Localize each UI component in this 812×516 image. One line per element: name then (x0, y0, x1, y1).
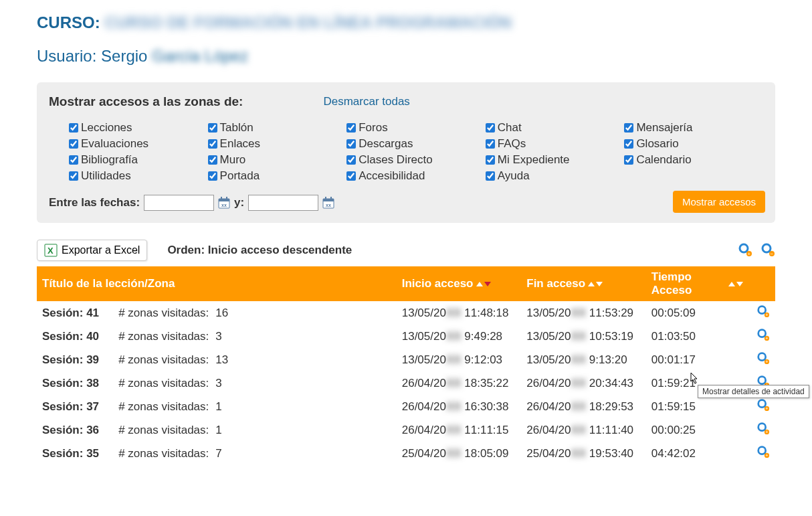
svg-text:−: − (771, 251, 774, 257)
svg-rect-1 (219, 199, 229, 201)
access-table: Título de la lección/Zona Inicio acceso … (37, 266, 775, 465)
detail-icon[interactable]: + (756, 402, 770, 414)
date-to-input[interactable] (248, 195, 318, 211)
th-time[interactable]: Tiempo Acceso (646, 266, 749, 301)
zones-label: # zonas visitadas: (112, 353, 209, 366)
checkbox-label: Glosario (636, 137, 678, 151)
session-label: Sesión: (42, 353, 83, 366)
checkbox-grid: LeccionesTablónForosChatMensajeríaEvalua… (49, 121, 763, 184)
zone-checkbox[interactable] (346, 171, 356, 181)
time-cell: 01:59:15 (646, 395, 749, 418)
checkbox-item: Chat (486, 121, 625, 135)
user-name-blur: García López (152, 47, 248, 65)
dates-row: Entre las fechas: xx y: xx (49, 195, 763, 211)
calendar-icon[interactable]: xx (218, 197, 230, 209)
svg-text:+: + (765, 406, 768, 412)
checkbox-label: Utilidades (81, 169, 131, 183)
svg-text:+: + (748, 251, 751, 257)
table-row: Sesión: 36# zonas visitadas:126/04/20XX … (37, 418, 775, 442)
svg-text:X: X (47, 246, 54, 256)
zone-checkbox[interactable] (486, 123, 495, 133)
sort-down-icon[interactable] (736, 282, 743, 286)
checkbox-label: Mi Expediente (498, 153, 570, 167)
checkbox-item: Muro (208, 153, 347, 167)
user-label: Usuario: (37, 47, 96, 65)
zones-label: # zonas visitadas: (112, 400, 209, 413)
zone-checkbox[interactable] (69, 171, 78, 181)
user-header: Usuario: Sergio García López (37, 47, 775, 66)
session-number: 35 (86, 447, 112, 460)
zone-checkbox[interactable] (346, 139, 356, 149)
detail-icon[interactable]: + (756, 448, 770, 461)
sort-down-icon[interactable] (596, 282, 603, 286)
checkbox-label: Descargas (359, 137, 413, 151)
calendar-icon[interactable]: xx (322, 197, 334, 209)
zone-checkbox[interactable] (208, 123, 217, 133)
svg-rect-7 (325, 197, 326, 200)
uncheck-all-link[interactable]: Desmarcar todas (323, 95, 409, 108)
checkbox-label: Foros (359, 121, 387, 135)
zone-checkbox[interactable] (69, 155, 78, 165)
svg-text:+: + (765, 382, 768, 388)
and-label: y: (234, 196, 244, 209)
svg-text:xx: xx (221, 203, 227, 207)
session-number: 41 (86, 307, 112, 320)
th-start[interactable]: Inicio acceso (397, 266, 522, 301)
sort-up-icon[interactable] (588, 282, 595, 286)
end-cell: 26/04/20XX 11:11:40 (521, 418, 646, 442)
sort-down-icon[interactable] (484, 282, 491, 286)
zone-checkbox[interactable] (208, 155, 217, 165)
detail-icon[interactable]: + (756, 378, 770, 391)
checkbox-item: Foros (346, 121, 486, 135)
show-access-button[interactable]: Mostrar accesos (673, 191, 765, 213)
order-text: Orden: Inicio acceso descendente (167, 244, 352, 257)
session-label: Sesión: (42, 307, 83, 319)
zone-checkbox[interactable] (69, 139, 78, 149)
checkbox-label: Tablón (220, 121, 253, 135)
zone-checkbox[interactable] (624, 123, 633, 133)
expand-all-icon[interactable]: + (738, 242, 752, 259)
export-excel-button[interactable]: X Exportar a Excel (37, 240, 147, 261)
zones-label: # zonas visitadas: (112, 377, 209, 390)
collapse-all-icon[interactable]: − (760, 242, 775, 259)
detail-icon[interactable]: + (756, 355, 770, 367)
zone-checkbox[interactable] (346, 123, 356, 133)
session-label: Sesión: (42, 447, 83, 460)
filter-panel: Mostrar accesos a las zonas de: Desmarca… (37, 82, 775, 223)
toolbar-row: X Exportar a Excel Orden: Inicio acceso … (37, 240, 775, 261)
zone-checkbox[interactable] (486, 171, 495, 181)
zone-checkbox[interactable] (208, 139, 217, 149)
time-cell: 00:05:09 (646, 301, 749, 325)
zone-checkbox[interactable] (486, 155, 495, 165)
table-row: Sesión: 41# zonas visitadas:1613/05/20XX… (37, 301, 775, 325)
svg-rect-8 (330, 197, 332, 200)
detail-icon[interactable]: + (756, 425, 770, 438)
checkbox-item: Descargas (346, 137, 486, 151)
svg-rect-6 (323, 199, 334, 201)
th-title: Título de la lección/Zona (37, 266, 397, 301)
th-end[interactable]: Fin acceso (521, 266, 646, 301)
checkbox-label: Lecciones (81, 121, 132, 135)
checkbox-item: Portada (208, 169, 347, 183)
user-name-visible: Sergio (101, 47, 147, 65)
zone-checkbox[interactable] (69, 123, 78, 133)
detail-icon[interactable]: + (756, 331, 770, 344)
zone-checkbox[interactable] (486, 139, 495, 149)
start-cell: 13/05/20XX 9:12:03 (397, 348, 522, 371)
date-from-input[interactable] (144, 195, 214, 211)
zone-checkbox[interactable] (208, 171, 217, 181)
time-cell: 01:03:50 (646, 325, 749, 348)
detail-icon[interactable]: + (756, 308, 770, 321)
zone-checkbox[interactable] (624, 139, 633, 149)
zones-count: 1 (209, 400, 221, 413)
zone-checkbox[interactable] (624, 155, 633, 165)
svg-text:+: + (765, 429, 768, 435)
sort-up-icon[interactable] (728, 282, 735, 286)
checkbox-label: Enlaces (220, 137, 260, 151)
sort-up-icon[interactable] (476, 282, 483, 286)
checkbox-item: Enlaces (208, 137, 347, 151)
zone-checkbox[interactable] (346, 155, 356, 165)
session-label: Sesión: (42, 424, 83, 436)
panel-title: Mostrar accesos a las zonas de: (49, 94, 243, 109)
table-row: Sesión: 37# zonas visitadas:126/04/20XX … (37, 395, 775, 418)
